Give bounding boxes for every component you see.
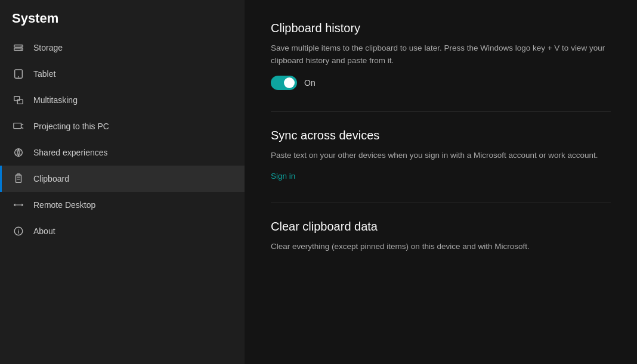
sidebar-item-label: Tablet <box>33 69 55 79</box>
projecting-icon <box>12 120 25 133</box>
sidebar-item-projecting[interactable]: Projecting to this PC <box>0 113 245 139</box>
remote-icon <box>12 198 25 211</box>
sidebar-item-about[interactable]: About <box>0 218 245 244</box>
sidebar-item-label: Projecting to this PC <box>33 122 109 131</box>
clear-clipboard-title: Clear clipboard data <box>271 220 611 234</box>
sidebar-item-label: About <box>33 226 55 236</box>
svg-rect-7 <box>17 99 23 104</box>
toggle-knob <box>284 77 295 88</box>
toggle-state-label: On <box>304 78 316 88</box>
clipboard-toggle-row: On <box>271 76 611 90</box>
sidebar-title: System <box>0 0 245 35</box>
main-content: Clipboard history Save multiple items to… <box>245 0 637 364</box>
sidebar-item-storage[interactable]: Storage <box>0 35 245 61</box>
svg-point-3 <box>21 49 22 50</box>
clipboard-icon <box>12 172 25 185</box>
sidebar-item-multitasking[interactable]: Multitasking <box>0 87 245 113</box>
svg-rect-6 <box>14 97 20 101</box>
sidebar-item-label: Storage <box>33 43 63 52</box>
multitasking-icon <box>12 94 25 107</box>
tablet-icon <box>12 67 25 80</box>
clipboard-history-section: Clipboard history Save multiple items to… <box>271 21 611 90</box>
clipboard-history-desc: Save multiple items to the clipboard to … <box>271 42 611 67</box>
sync-devices-title: Sync across devices <box>271 129 611 142</box>
sidebar: System Storage Tablet Mult <box>0 0 245 364</box>
about-icon <box>12 225 25 238</box>
clear-clipboard-section: Clear clipboard data Clear everything (e… <box>271 220 611 253</box>
clear-clipboard-desc: Clear everything (except pinned items) o… <box>271 241 611 253</box>
svg-point-21 <box>18 229 18 229</box>
sidebar-item-tablet[interactable]: Tablet <box>0 61 245 87</box>
sidebar-item-label: Remote Desktop <box>33 200 95 210</box>
storage-icon <box>12 41 25 54</box>
sync-devices-desc: Paste text on your other devices when yo… <box>271 150 611 162</box>
clipboard-history-toggle[interactable] <box>271 76 297 90</box>
sidebar-item-shared[interactable]: Shared experiences <box>0 139 245 166</box>
clipboard-history-title: Clipboard history <box>271 21 611 35</box>
svg-rect-8 <box>14 123 21 129</box>
sign-in-link[interactable]: Sign in <box>271 172 295 181</box>
sidebar-item-label: Multitasking <box>33 95 78 105</box>
section-divider-1 <box>271 111 611 112</box>
sync-devices-section: Sync across devices Paste text on your o… <box>271 129 611 181</box>
sidebar-item-label: Shared experiences <box>33 148 108 157</box>
sidebar-item-label: Clipboard <box>33 174 69 183</box>
svg-point-2 <box>21 45 22 46</box>
sidebar-item-clipboard[interactable]: Clipboard <box>0 166 245 192</box>
shared-icon <box>12 146 25 159</box>
sidebar-item-remote[interactable]: Remote Desktop <box>0 192 245 218</box>
svg-point-11 <box>15 149 23 157</box>
section-divider-2 <box>271 203 611 203</box>
